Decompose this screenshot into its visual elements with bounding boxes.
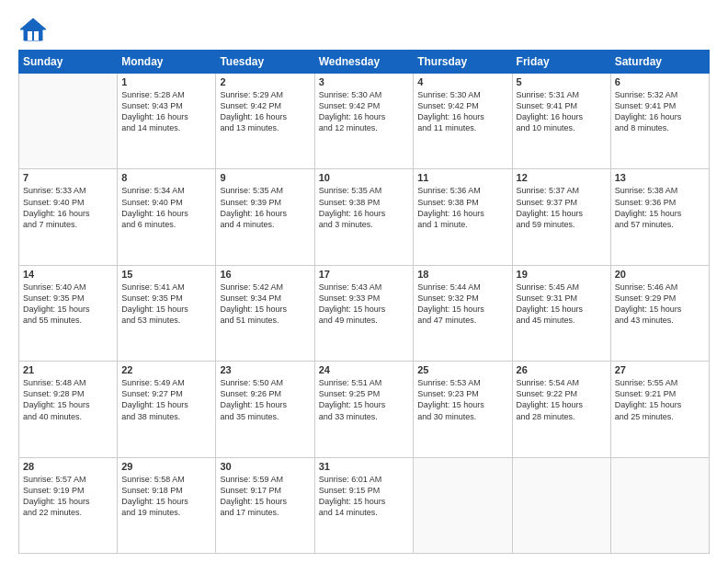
day-number: 17 [319, 269, 410, 280]
day-number: 24 [319, 364, 410, 375]
calendar-day: 27Sunrise: 5:55 AM Sunset: 9:21 PM Dayli… [610, 362, 709, 457]
weekday-header-sunday: Sunday [19, 51, 118, 74]
day-info: Sunrise: 5:40 AM Sunset: 9:35 PM Dayligh… [23, 282, 113, 327]
weekday-header-monday: Monday [118, 51, 216, 74]
day-info: Sunrise: 5:48 AM Sunset: 9:28 PM Dayligh… [23, 377, 113, 422]
calendar-day: 15Sunrise: 5:41 AM Sunset: 9:35 PM Dayli… [118, 265, 216, 361]
calendar-day: 1Sunrise: 5:28 AM Sunset: 9:43 PM Daylig… [118, 74, 216, 169]
day-number: 26 [517, 364, 607, 375]
calendar-day: 18Sunrise: 5:44 AM Sunset: 9:32 PM Dayli… [414, 265, 512, 361]
day-number: 28 [23, 461, 113, 472]
logo-icon [18, 17, 48, 42]
calendar-day: 2Sunrise: 5:29 AM Sunset: 9:42 PM Daylig… [216, 74, 314, 169]
day-info: Sunrise: 5:57 AM Sunset: 9:19 PM Dayligh… [23, 474, 113, 519]
calendar-week-5: 28Sunrise: 5:57 AM Sunset: 9:19 PM Dayli… [19, 457, 710, 553]
day-info: Sunrise: 5:44 AM Sunset: 9:32 PM Dayligh… [417, 282, 507, 327]
calendar-day [512, 457, 610, 553]
day-info: Sunrise: 5:50 AM Sunset: 9:26 PM Dayligh… [220, 377, 310, 422]
calendar-day: 30Sunrise: 5:59 AM Sunset: 9:17 PM Dayli… [216, 457, 314, 553]
day-info: Sunrise: 5:43 AM Sunset: 9:33 PM Dayligh… [319, 282, 410, 327]
day-info: Sunrise: 5:37 AM Sunset: 9:37 PM Dayligh… [517, 185, 607, 230]
calendar-day: 24Sunrise: 5:51 AM Sunset: 9:25 PM Dayli… [314, 362, 414, 457]
calendar-day: 11Sunrise: 5:36 AM Sunset: 9:38 PM Dayli… [414, 169, 512, 265]
calendar-day: 25Sunrise: 5:53 AM Sunset: 9:23 PM Dayli… [414, 362, 512, 457]
day-info: Sunrise: 5:45 AM Sunset: 9:31 PM Dayligh… [517, 282, 607, 327]
calendar-week-1: 1Sunrise: 5:28 AM Sunset: 9:43 PM Daylig… [19, 74, 710, 169]
day-number: 31 [319, 461, 410, 472]
day-info: Sunrise: 5:54 AM Sunset: 9:22 PM Dayligh… [517, 377, 607, 422]
calendar-day: 28Sunrise: 5:57 AM Sunset: 9:19 PM Dayli… [19, 457, 118, 553]
day-number: 27 [615, 364, 705, 375]
calendar-day [19, 74, 118, 169]
day-info: Sunrise: 5:51 AM Sunset: 9:25 PM Dayligh… [319, 377, 410, 422]
day-info: Sunrise: 5:33 AM Sunset: 9:40 PM Dayligh… [23, 185, 113, 230]
day-number: 9 [220, 172, 310, 183]
day-info: Sunrise: 5:30 AM Sunset: 9:42 PM Dayligh… [319, 89, 410, 134]
calendar-day: 4Sunrise: 5:30 AM Sunset: 9:42 PM Daylig… [414, 74, 512, 169]
weekday-header-row: SundayMondayTuesdayWednesdayThursdayFrid… [19, 51, 710, 74]
day-number: 18 [417, 269, 507, 280]
day-number: 16 [220, 269, 310, 280]
calendar-day: 17Sunrise: 5:43 AM Sunset: 9:33 PM Dayli… [314, 265, 414, 361]
day-info: Sunrise: 5:42 AM Sunset: 9:34 PM Dayligh… [220, 282, 310, 327]
day-number: 7 [23, 172, 113, 183]
calendar-week-4: 21Sunrise: 5:48 AM Sunset: 9:28 PM Dayli… [19, 362, 710, 457]
calendar-day: 10Sunrise: 5:35 AM Sunset: 9:38 PM Dayli… [314, 169, 414, 265]
day-info: Sunrise: 5:36 AM Sunset: 9:38 PM Dayligh… [417, 185, 507, 230]
day-number: 11 [417, 172, 507, 183]
day-info: Sunrise: 5:28 AM Sunset: 9:43 PM Dayligh… [121, 89, 211, 134]
calendar-day: 29Sunrise: 5:58 AM Sunset: 9:18 PM Dayli… [118, 457, 216, 553]
day-number: 3 [319, 76, 410, 87]
calendar-day: 3Sunrise: 5:30 AM Sunset: 9:42 PM Daylig… [314, 74, 414, 169]
day-number: 21 [23, 364, 113, 375]
page: SundayMondayTuesdayWednesdayThursdayFrid… [0, 0, 728, 563]
day-number: 12 [517, 172, 607, 183]
calendar-week-3: 14Sunrise: 5:40 AM Sunset: 9:35 PM Dayli… [19, 265, 710, 361]
weekday-header-saturday: Saturday [610, 51, 709, 74]
calendar-day: 20Sunrise: 5:46 AM Sunset: 9:29 PM Dayli… [610, 265, 709, 361]
day-number: 6 [615, 76, 705, 87]
day-info: Sunrise: 5:34 AM Sunset: 9:40 PM Dayligh… [121, 185, 211, 230]
calendar-day [610, 457, 709, 553]
calendar-day [414, 457, 512, 553]
day-info: Sunrise: 5:41 AM Sunset: 9:35 PM Dayligh… [121, 282, 211, 327]
day-number: 29 [121, 461, 211, 472]
day-info: Sunrise: 5:32 AM Sunset: 9:41 PM Dayligh… [615, 89, 705, 134]
svg-rect-3 [34, 31, 39, 40]
weekday-header-thursday: Thursday [414, 51, 512, 74]
calendar-day: 31Sunrise: 6:01 AM Sunset: 9:15 PM Dayli… [314, 457, 414, 553]
day-number: 2 [220, 76, 310, 87]
header [18, 17, 710, 42]
calendar-day: 12Sunrise: 5:37 AM Sunset: 9:37 PM Dayli… [512, 169, 610, 265]
day-number: 13 [615, 172, 705, 183]
calendar-day: 8Sunrise: 5:34 AM Sunset: 9:40 PM Daylig… [118, 169, 216, 265]
logo [18, 17, 51, 42]
day-info: Sunrise: 5:46 AM Sunset: 9:29 PM Dayligh… [615, 282, 705, 327]
weekday-header-wednesday: Wednesday [314, 51, 414, 74]
day-number: 19 [517, 269, 607, 280]
calendar-day: 5Sunrise: 5:31 AM Sunset: 9:41 PM Daylig… [512, 74, 610, 169]
day-number: 4 [417, 76, 507, 87]
calendar-day: 23Sunrise: 5:50 AM Sunset: 9:26 PM Dayli… [216, 362, 314, 457]
day-info: Sunrise: 5:30 AM Sunset: 9:42 PM Dayligh… [417, 89, 507, 134]
calendar-day: 9Sunrise: 5:35 AM Sunset: 9:39 PM Daylig… [216, 169, 314, 265]
day-number: 8 [121, 172, 211, 183]
calendar-day: 19Sunrise: 5:45 AM Sunset: 9:31 PM Dayli… [512, 265, 610, 361]
calendar-table: SundayMondayTuesdayWednesdayThursdayFrid… [18, 50, 710, 554]
calendar-day: 21Sunrise: 5:48 AM Sunset: 9:28 PM Dayli… [19, 362, 118, 457]
day-number: 22 [121, 364, 211, 375]
day-info: Sunrise: 5:53 AM Sunset: 9:23 PM Dayligh… [417, 377, 507, 422]
calendar-week-2: 7Sunrise: 5:33 AM Sunset: 9:40 PM Daylig… [19, 169, 710, 265]
day-number: 25 [417, 364, 507, 375]
day-info: Sunrise: 5:55 AM Sunset: 9:21 PM Dayligh… [615, 377, 705, 422]
day-number: 30 [220, 461, 310, 472]
day-number: 14 [23, 269, 113, 280]
day-info: Sunrise: 6:01 AM Sunset: 9:15 PM Dayligh… [319, 474, 410, 519]
day-info: Sunrise: 5:59 AM Sunset: 9:17 PM Dayligh… [220, 474, 310, 519]
day-info: Sunrise: 5:31 AM Sunset: 9:41 PM Dayligh… [517, 89, 607, 134]
svg-rect-2 [28, 31, 32, 40]
day-info: Sunrise: 5:35 AM Sunset: 9:38 PM Dayligh… [319, 185, 410, 230]
calendar-day: 13Sunrise: 5:38 AM Sunset: 9:36 PM Dayli… [610, 169, 709, 265]
day-info: Sunrise: 5:58 AM Sunset: 9:18 PM Dayligh… [121, 474, 211, 519]
day-number: 1 [121, 76, 211, 87]
